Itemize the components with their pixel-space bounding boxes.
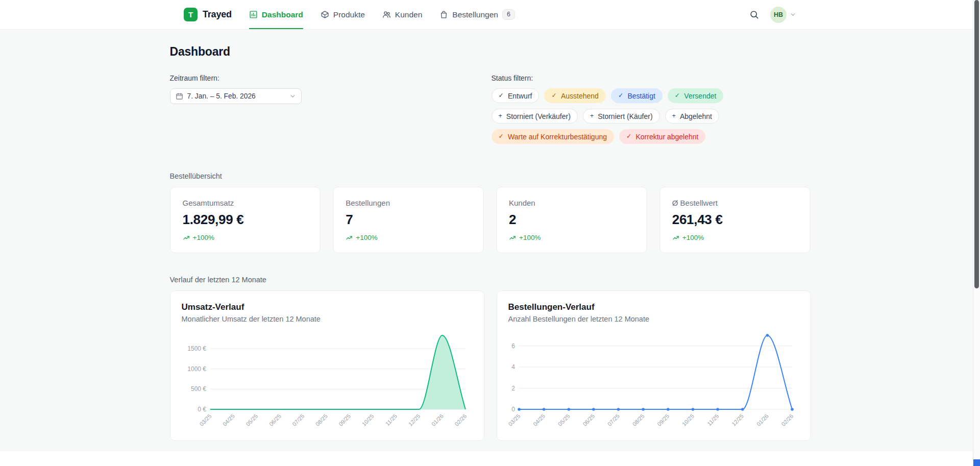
check-icon: ✓	[675, 92, 680, 99]
trend-up-icon	[672, 234, 679, 241]
svg-text:02/26: 02/26	[780, 413, 794, 427]
user-menu[interactable]: HB	[770, 7, 796, 23]
scrollbar[interactable]	[973, 0, 980, 466]
overview-section-label: Bestellübersicht	[170, 172, 811, 180]
col-header-gesamt: Gesamt	[730, 451, 811, 466]
svg-text:11/25: 11/25	[706, 413, 720, 427]
svg-text:03/25: 03/25	[508, 413, 521, 427]
svg-text:06/25: 06/25	[581, 413, 596, 427]
filter-chip-storniert-verkaeufer[interactable]: + Storniert (Verkäufer)	[492, 109, 578, 124]
status-filter-label: Status filtern:	[492, 74, 811, 82]
main-nav: Dashboard Produkte Kunden Bestellungen	[249, 0, 515, 29]
svg-text:04/25: 04/25	[221, 413, 235, 427]
stat-label: Bestellungen	[346, 199, 471, 207]
stat-delta-value: +100%	[519, 234, 541, 241]
orders-count-badge: 6	[502, 9, 515, 20]
filter-chip-storniert-kaeufer[interactable]: + Storniert (Käufer)	[583, 109, 660, 124]
date-range-picker[interactable]: 7. Jan. – 5. Feb. 2026	[170, 88, 302, 104]
svg-text:08/25: 08/25	[631, 413, 645, 427]
filters-section: Zeitraum filtern: 7. Jan. – 5. Feb. 2026…	[170, 74, 811, 150]
svg-text:09/25: 09/25	[656, 413, 670, 427]
svg-text:10/25: 10/25	[360, 413, 375, 427]
orders-table-section: Bestellnummer Datum Status Kunde Gesamt …	[0, 451, 980, 466]
stat-label: Kunden	[509, 199, 634, 207]
filter-chip-bestaetigt[interactable]: ✓ Bestätigt	[611, 88, 663, 103]
orders-line-chart: 024603/2504/2505/2506/2507/2508/2509/251…	[508, 330, 799, 432]
nav-item-label: Kunden	[395, 10, 422, 19]
svg-text:06/25: 06/25	[267, 413, 282, 427]
filter-chip-abgelehnt[interactable]: + Abgelehnt	[665, 109, 719, 124]
nav-item-label: Dashboard	[262, 10, 303, 19]
dashboard-icon	[249, 10, 258, 19]
stat-card-gesamtumsatz: Gesamtumsatz 1.829,99 € +100%	[170, 187, 321, 253]
navbar: T Trayed Dashboard Produkte Kunden	[0, 0, 980, 30]
nav-item-bestellungen[interactable]: Bestellungen 6	[439, 0, 515, 29]
avatar: HB	[770, 7, 787, 23]
period-filter-label: Zeitraum filtern:	[170, 74, 492, 82]
shopping-bag-icon	[439, 10, 448, 19]
chip-label: Storniert (Verkäufer)	[506, 112, 571, 120]
col-header-kunde: Kunde	[599, 451, 730, 466]
svg-text:07/25: 07/25	[291, 413, 305, 427]
orders-chart-card: Bestellungen-Verlauf Anzahl Bestellungen…	[497, 290, 811, 441]
brand[interactable]: T Trayed	[184, 8, 232, 21]
nav-item-dashboard[interactable]: Dashboard	[249, 0, 303, 29]
trend-up-icon	[509, 234, 516, 241]
chevron-down-icon	[289, 93, 296, 100]
svg-text:05/25: 05/25	[244, 413, 259, 427]
nav-item-produkte[interactable]: Produkte	[321, 0, 365, 29]
svg-text:12/25: 12/25	[730, 413, 745, 427]
trend-up-icon	[346, 234, 353, 241]
check-icon: ✓	[551, 92, 556, 99]
svg-text:0 €: 0 €	[198, 406, 206, 413]
filter-chip-warte-auf-korrekturbestaetigung[interactable]: ✓ Warte auf Korrekturbestätigung	[492, 129, 615, 144]
stat-value: 1.829,99 €	[183, 212, 308, 228]
svg-text:03/25: 03/25	[198, 413, 212, 427]
page-title: Dashboard	[170, 30, 811, 59]
plus-icon: +	[499, 113, 502, 119]
trend-up-icon	[183, 234, 190, 241]
col-header-datum: Datum	[311, 451, 471, 466]
search-button[interactable]	[747, 8, 761, 21]
users-icon	[382, 10, 391, 19]
stat-delta-value: +100%	[193, 234, 214, 241]
scrollbar-corner	[973, 459, 980, 466]
check-icon: ✓	[618, 92, 623, 99]
chip-label: Abgelehnt	[680, 112, 712, 120]
svg-text:500 €: 500 €	[190, 385, 206, 393]
nav-item-label: Bestellungen	[452, 10, 498, 19]
filter-chip-korrektur-abgelehnt[interactable]: ✓ Korrektur abgelehnt	[619, 129, 705, 144]
svg-text:10/25: 10/25	[680, 413, 695, 427]
orders-table: Bestellnummer Datum Status Kunde Gesamt …	[170, 451, 811, 466]
svg-text:09/25: 09/25	[337, 413, 352, 427]
nav-item-kunden[interactable]: Kunden	[382, 0, 422, 29]
filter-chip-versendet[interactable]: ✓ Versendet	[668, 88, 724, 103]
chart-title: Umsatz-Verlauf	[182, 302, 473, 312]
chip-label: Versendet	[684, 92, 716, 100]
plus-icon: +	[672, 113, 676, 119]
chart-subtitle: Monatlicher Umsatz der letzten 12 Monate	[182, 315, 473, 323]
col-header-bestellnummer: Bestellnummer	[170, 451, 311, 466]
stat-label: Gesamtumsatz	[183, 199, 308, 207]
svg-text:04/25: 04/25	[532, 413, 546, 427]
stat-card-bestellungen: Bestellungen 7 +100%	[333, 187, 484, 253]
chip-label: Ausstehend	[561, 92, 599, 100]
chip-label: Bestätigt	[627, 92, 655, 100]
revenue-area-chart: 0 €500 €1000 €1500 €03/2504/2505/2506/25…	[182, 330, 473, 432]
svg-text:11/25: 11/25	[384, 413, 398, 427]
date-range-value: 7. Jan. – 5. Feb. 2026	[187, 92, 256, 100]
svg-text:1500 €: 1500 €	[187, 345, 206, 352]
svg-text:07/25: 07/25	[606, 413, 620, 427]
main-content: Dashboard Zeitraum filtern: 7. Jan. – 5.…	[0, 30, 980, 466]
scrollbar-thumb[interactable]	[974, 0, 979, 288]
chart-title: Bestellungen-Verlauf	[508, 302, 799, 312]
chip-label: Entwurf	[508, 92, 532, 100]
filter-chip-ausstehend[interactable]: ✓ Ausstehend	[544, 88, 605, 103]
plus-icon: +	[590, 113, 594, 119]
revenue-chart-card: Umsatz-Verlauf Monatlicher Umsatz der le…	[170, 290, 484, 441]
filter-chip-entwurf[interactable]: ✓ Entwurf	[492, 88, 540, 103]
svg-text:4: 4	[511, 363, 515, 371]
svg-text:08/25: 08/25	[314, 413, 328, 427]
stat-value: 7	[346, 212, 471, 228]
stat-card-bestellwert: Ø Bestellwert 261,43 € +100%	[659, 187, 811, 253]
